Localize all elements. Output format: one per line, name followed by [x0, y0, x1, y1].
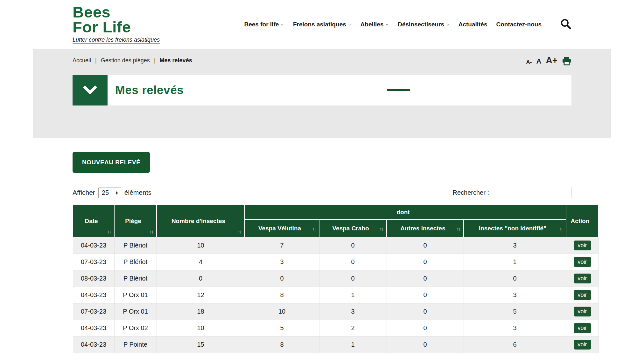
nav-item-actualites[interactable]: Actualités	[458, 21, 487, 28]
col-header-vespa-crabo[interactable]: Vespa Crabo ↑↓	[319, 220, 387, 237]
cell-autres: 0	[387, 254, 464, 270]
cell-date: 04-03-23	[73, 336, 114, 353]
cell-crabo: 2	[319, 320, 387, 336]
logo-tagline: Lutter contre les frelons asiatiques	[73, 37, 160, 44]
cell-velutina: 8	[245, 287, 319, 303]
breadcrumb-gestion-pieges[interactable]: Gestion des pièges	[101, 57, 150, 64]
font-size-controls: A- A A+	[526, 55, 571, 65]
page-length-control: Afficher 25 ▴▾ éléments	[73, 187, 151, 198]
voir-button[interactable]: voir	[574, 290, 591, 300]
cell-piege: P Orx 01	[114, 287, 157, 303]
voir-button[interactable]: voir	[574, 257, 591, 267]
cell-velutina: 7	[245, 237, 319, 254]
search-input[interactable]	[493, 187, 571, 198]
cell-date: 04-03-23	[73, 237, 114, 254]
font-normal-button[interactable]: A	[536, 57, 542, 65]
cell-piege: P Blériot	[114, 237, 157, 254]
breadcrumb-separator: |	[154, 57, 156, 64]
cell-non-identifie: 3	[464, 320, 566, 336]
cell-crabo: 1	[319, 336, 387, 353]
cell-action: voir	[566, 303, 598, 320]
nav-item-abeilles[interactable]: Abeilles ⌄	[360, 21, 389, 28]
col-header-date[interactable]: Date ↑↓	[73, 205, 114, 237]
cell-autres: 0	[387, 303, 464, 320]
col-header-action: Action	[566, 205, 598, 237]
col-header-non-identifie[interactable]: Insectes "non identifié" ↑↓	[464, 220, 566, 237]
show-label: Afficher	[73, 189, 95, 196]
elements-label: éléments	[124, 189, 151, 196]
col-label: Insectes "non identifié"	[479, 225, 546, 232]
cell-action: voir	[566, 254, 598, 270]
nav-item-desinsectiseurs[interactable]: Désinsectiseurs ⌄	[398, 21, 449, 28]
releves-table: Date ↑↓ Piège ↑↓ Nombre d'insectes ↑↓ do…	[73, 205, 599, 353]
col-header-piege[interactable]: Piège ↑↓	[114, 205, 157, 237]
font-decrease-button[interactable]: A-	[526, 59, 532, 65]
nav-item-label: Actualités	[458, 21, 487, 28]
title-dash	[387, 89, 410, 91]
chevron-down-icon: ⌄	[446, 21, 450, 26]
page-length-select[interactable]: 25 ▴▾	[98, 187, 121, 198]
new-releve-button[interactable]: NOUVEAU RELEVÉ	[73, 152, 150, 173]
search-control: Rechercher :	[453, 187, 572, 198]
cell-autres: 0	[387, 336, 464, 353]
sort-icon: ↑↓	[380, 226, 383, 231]
cell-autres: 0	[387, 320, 464, 336]
search-label: Rechercher :	[453, 189, 489, 196]
col-header-nombre-insectes[interactable]: Nombre d'insectes ↑↓	[157, 205, 245, 237]
table-row: 07-03-23 P Blériot 4 3 0 0 1 voir	[73, 254, 598, 270]
cell-date: 04-03-23	[73, 320, 114, 336]
cell-nombre: 0	[157, 270, 245, 287]
voir-button[interactable]: voir	[574, 241, 591, 250]
nav-item-contactez-nous[interactable]: Contactez-nous	[496, 21, 542, 28]
cell-velutina: 10	[245, 303, 319, 320]
printer-icon	[562, 57, 571, 65]
breadcrumb-current: Mes relevés	[160, 57, 192, 64]
logo[interactable]: Bees For Life Lutter contre les frelons …	[73, 5, 160, 44]
col-label: Piège	[125, 218, 141, 224]
cell-crabo: 3	[319, 303, 387, 320]
col-label: Vespa Vélutina	[258, 225, 301, 232]
table-row: 04-03-23 P Orx 01 12 8 1 0 3 voir	[73, 287, 598, 303]
cell-non-identifie: 3	[464, 287, 566, 303]
search-button[interactable]	[560, 18, 571, 31]
col-header-vespa-velutina[interactable]: Vespa Vélutina ↑↓	[245, 220, 319, 237]
table-row: 07-03-23 P Orx 01 18 10 3 0 5 voir	[73, 303, 598, 320]
logo-line2: For Life	[73, 20, 160, 35]
voir-button[interactable]: voir	[574, 340, 591, 350]
cell-date: 07-03-23	[73, 254, 114, 270]
cell-action: voir	[566, 287, 598, 303]
cell-piege: P Orx 01	[114, 303, 157, 320]
main-content: NOUVEAU RELEVÉ Afficher 25 ▴▾ éléments R…	[33, 138, 611, 353]
nav-item-label: Bees for life	[244, 21, 279, 28]
print-button[interactable]	[562, 57, 571, 65]
cell-velutina: 3	[245, 254, 319, 270]
nav-item-frelons-asiatiques[interactable]: Frelons asiatiques ⌄	[293, 21, 352, 28]
cell-piege: P Pointe	[114, 336, 157, 353]
table-row: 04-03-23 P Blériot 10 7 0 0 3 voir	[73, 237, 598, 254]
sort-icon: ↑↓	[559, 226, 563, 231]
page-title: Mes relevés	[115, 84, 184, 97]
breadcrumb-accueil[interactable]: Accueil	[73, 57, 91, 64]
nav-item-label: Désinsectiseurs	[398, 21, 444, 28]
chevron-down-icon: ⌄	[385, 21, 389, 26]
voir-button[interactable]: voir	[574, 307, 591, 316]
cell-autres: 0	[387, 287, 464, 303]
cell-action: voir	[566, 320, 598, 336]
nav-item-bees-for-life[interactable]: Bees for life ⌄	[244, 21, 284, 28]
sort-icon: ↑↓	[457, 226, 460, 231]
cell-piege: P Blériot	[114, 270, 157, 287]
cell-action: voir	[566, 237, 598, 254]
voir-button[interactable]: voir	[574, 323, 591, 333]
font-increase-button[interactable]: A+	[546, 55, 557, 65]
cell-nombre: 10	[157, 320, 245, 336]
collapse-chevron-button[interactable]	[73, 75, 108, 105]
chevron-down-icon: ⌄	[348, 21, 352, 26]
col-header-autres-insectes[interactable]: Autres insectes ↑↓	[387, 220, 464, 237]
sort-icon: ↑↓	[150, 229, 153, 234]
col-label: dont	[396, 209, 410, 215]
col-label: Autres insectes	[400, 225, 445, 232]
voir-button[interactable]: voir	[574, 274, 591, 283]
cell-date: 07-03-23	[73, 303, 114, 320]
cell-date: 08-03-23	[73, 270, 114, 287]
main-nav: Bees for life ⌄ Frelons asiatiques ⌄ Abe…	[244, 18, 571, 31]
